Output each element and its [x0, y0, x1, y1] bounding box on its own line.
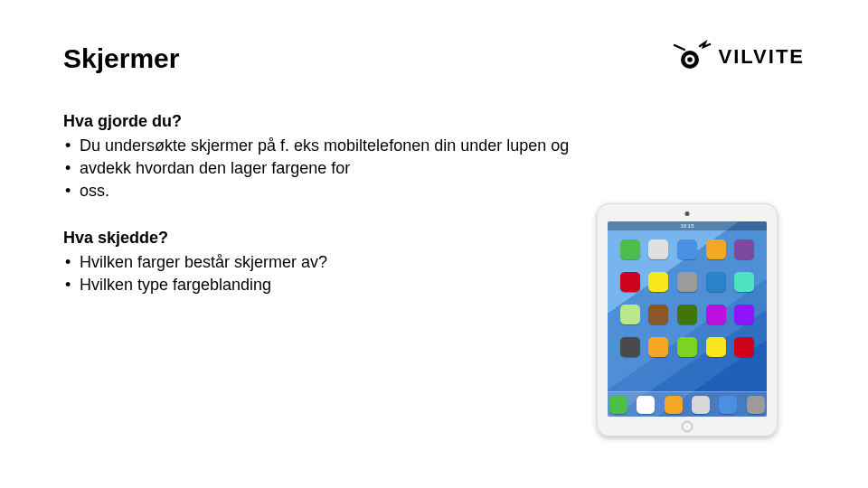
tablet-screen: 10:15 [608, 221, 767, 417]
home-button-icon [682, 421, 693, 432]
list-item: oss. [63, 180, 805, 202]
list-item: avdekk hvordan den lager fargene for [63, 157, 805, 180]
section1-list: Du undersøkte skjermer på f. eks mobilte… [63, 135, 805, 203]
app-icon [620, 272, 640, 292]
app-icon [648, 272, 668, 292]
app-icon [620, 305, 640, 324]
dock-icon [665, 396, 683, 414]
app-icon [648, 337, 668, 357]
app-grid [608, 239, 767, 362]
camera-icon [685, 211, 690, 216]
clock-text: 10:15 [680, 223, 693, 229]
app-icon [734, 272, 754, 292]
app-icon [620, 239, 640, 259]
dock-icon [747, 396, 765, 414]
app-icon [706, 337, 726, 357]
app-icon [620, 337, 640, 357]
brand-logo: VILVITE [672, 40, 806, 74]
app-icon [706, 272, 726, 292]
app-icon [706, 305, 726, 324]
status-bar: 10:15 [608, 221, 767, 230]
app-icon [706, 239, 726, 259]
brand-logo-text: VILVITE [719, 45, 806, 69]
svg-point-2 [687, 57, 693, 62]
app-icon [677, 337, 697, 357]
list-item: Du undersøkte skjermer på f. eks mobilte… [63, 135, 805, 157]
app-icon [734, 305, 754, 324]
app-icon [648, 239, 668, 259]
app-icon [648, 305, 668, 324]
dock-icon [692, 396, 710, 414]
app-icon [734, 239, 754, 259]
dock [608, 391, 767, 417]
dock-icon [609, 396, 627, 414]
dock-icon [637, 396, 655, 414]
slide: VILVITE Skjermer Hva gjorde du? Du under… [0, 0, 868, 488]
app-icon [677, 272, 697, 292]
eye-bolt-icon [672, 40, 712, 74]
app-icon [734, 337, 754, 357]
app-icon [677, 305, 697, 324]
dock-icon [719, 396, 737, 414]
section1-heading: Hva gjorde du? [63, 112, 805, 131]
app-icon [677, 239, 697, 259]
tablet-image: 10:15 [597, 203, 778, 436]
